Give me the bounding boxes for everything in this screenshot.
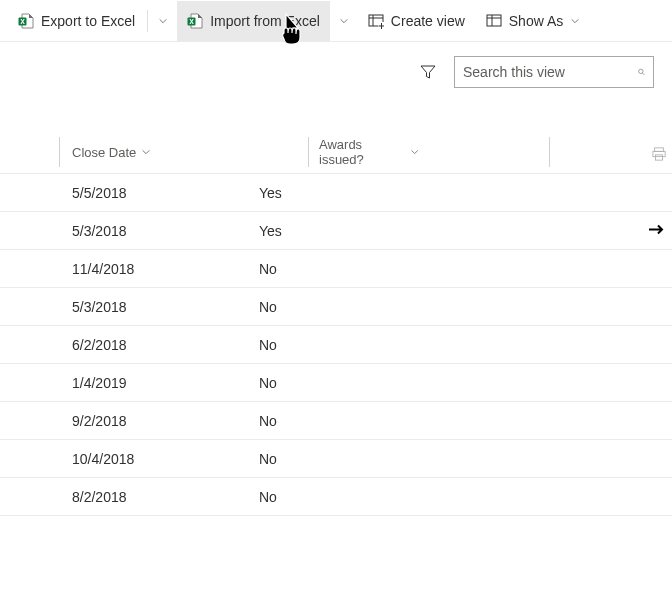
filter-button[interactable] [420,64,436,80]
cell-close-date: 5/5/2018 [0,185,248,201]
cell-close-date: 8/2/2018 [0,489,248,505]
search-icon [638,64,645,80]
show-as-icon [486,13,502,29]
table-row[interactable]: 8/2/2018No [0,477,672,516]
chevron-down-icon [339,16,349,26]
cell-close-date: 5/3/2018 [0,223,248,239]
divider [147,10,148,32]
excel-icon [187,13,203,29]
svg-line-12 [643,73,645,75]
cell-close-date: 5/3/2018 [0,299,248,315]
chevron-down-icon [410,147,419,157]
column-divider [549,137,550,167]
cell-awards-issued: No [248,375,287,391]
export-to-excel-button[interactable]: Export to Excel [8,1,145,41]
import-label: Import from Excel [210,13,320,29]
cell-awards-issued: No [248,261,287,277]
cell-awards-issued: No [248,337,287,353]
search-input[interactable] [463,64,638,80]
cell-awards-issued: No [248,489,287,505]
table-row[interactable]: 9/2/2018No [0,401,672,440]
search-box[interactable] [454,56,654,88]
column-header-close-date[interactable]: Close Date [60,145,308,160]
import-from-excel-button[interactable]: Import from Excel [177,1,330,41]
table-body: 5/5/2018Yes5/3/2018Yes11/4/2018No5/3/201… [0,173,672,516]
cell-close-date: 11/4/2018 [0,261,248,277]
excel-icon [18,13,34,29]
create-view-button[interactable]: Create view [358,1,475,41]
cell-awards-issued: No [248,299,287,315]
cell-awards-issued: No [248,451,287,467]
show-as-button[interactable]: Show As [476,1,590,41]
awards-issued-label: Awards issued? [319,137,405,167]
table-row[interactable]: 6/2/2018No [0,325,672,364]
create-view-icon [368,13,384,29]
search-row [0,42,672,100]
chevron-down-icon [570,16,580,26]
show-as-label: Show As [509,13,563,29]
create-view-label: Create view [391,13,465,29]
import-dropdown-chevron[interactable] [331,1,357,41]
cell-close-date: 9/2/2018 [0,413,248,429]
table-row[interactable]: 10/4/2018No [0,439,672,478]
export-label: Export to Excel [41,13,135,29]
cell-close-date: 6/2/2018 [0,337,248,353]
filter-icon [420,64,436,80]
cell-close-date: 10/4/2018 [0,451,248,467]
table-row[interactable]: 5/3/2018No [0,287,672,326]
print-icon [652,147,666,161]
chevron-down-icon [158,16,168,26]
cell-close-date: 1/4/2019 [0,375,248,391]
cell-awards-issued: No [248,413,287,429]
close-date-label: Close Date [72,145,136,160]
export-dropdown-chevron[interactable] [150,1,176,41]
print-button[interactable] [652,147,666,164]
svg-rect-14 [653,151,665,156]
cell-awards-issued: Yes [248,223,292,239]
cell-awards-issued: Yes [248,185,292,201]
chevron-down-icon [141,147,151,157]
svg-rect-8 [487,15,501,26]
table-row[interactable]: 11/4/2018No [0,249,672,288]
table-row[interactable]: 1/4/2019No [0,363,672,402]
table-row[interactable]: 5/5/2018Yes [0,173,672,212]
arrow-right-icon [648,221,664,237]
svg-point-11 [639,69,643,73]
table-row[interactable]: 5/3/2018Yes [0,211,672,250]
svg-rect-13 [655,148,664,152]
table-header: Close Date Awards issued? [0,134,672,170]
column-header-awards-issued[interactable]: Awards issued? [309,137,429,167]
svg-rect-15 [656,155,663,160]
command-bar: Export to Excel Import from Excel Create… [0,0,672,42]
row-navigate-arrow[interactable] [648,221,664,240]
